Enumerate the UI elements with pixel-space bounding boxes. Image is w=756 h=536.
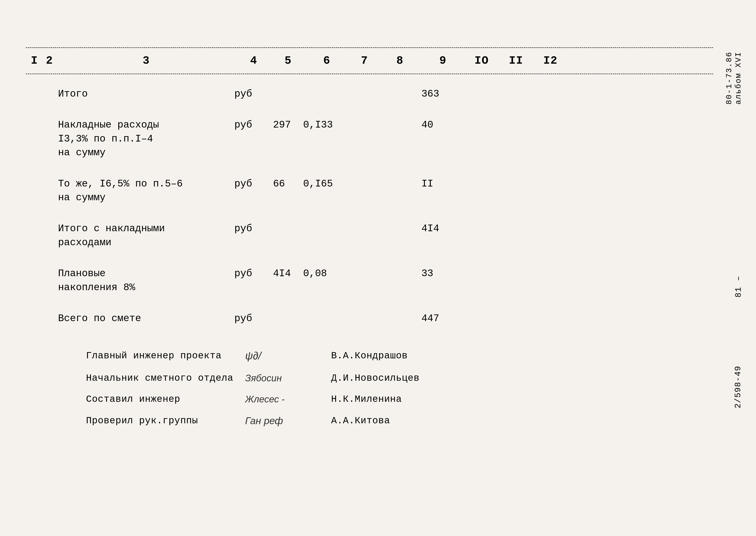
col-header-3: 3 xyxy=(58,54,235,67)
dashed-line-bottom xyxy=(26,74,713,74)
sig-handwriting-0: ψ∂/ xyxy=(245,345,327,366)
cell-4-itogo: руб xyxy=(235,87,273,101)
cell-9-itogo: 363 xyxy=(422,87,464,101)
sig-name-0: В.А.Кондрашов xyxy=(331,346,408,365)
column-headers: I 2 3 4 5 6 7 8 9 IO II I2 xyxy=(26,52,713,69)
cell-5-planovye: 4I4 xyxy=(273,267,303,281)
sig-row-1: Начальник сметного отдела Зябосин Д.И.Но… xyxy=(86,369,420,387)
row-itogo-nakladnye: Итого с накладными расходами руб 4I4 xyxy=(26,222,713,250)
side-label-bot: 2/598-49 xyxy=(733,366,743,408)
sig-title-0: Главный инженер проекта xyxy=(86,346,241,365)
sig-title-2: Составил инженер xyxy=(86,390,241,409)
cell-6-tozhe: 0,I65 xyxy=(303,177,351,191)
side-label-mid: 81 – xyxy=(734,275,743,297)
cell-3-tozhe: То же, I6,5% по п.5–6 на сумму xyxy=(58,177,235,205)
cell-3-planovye: Плановые накопления 8% xyxy=(58,267,235,294)
sig-handwriting-3: Ган реф xyxy=(245,411,327,431)
cell-4-nakladnye: руб xyxy=(235,118,273,132)
cell-5-tozhe: 66 xyxy=(273,177,303,191)
cell-4-tozhe: руб xyxy=(235,177,273,191)
row-nakladnye: Накладные расходы I3,3% по п.п.I–4 на су… xyxy=(26,118,713,160)
sig-name-1: Д.И.Новосильцев xyxy=(331,369,420,387)
sig-row-2: Составил инженер Жлесес - Н.К.Миленина xyxy=(86,390,420,409)
cell-6-nakladnye: 0,I33 xyxy=(303,118,351,132)
sig-title-3: Проверил рук.группы xyxy=(86,411,241,430)
sig-handwriting-1: Зябосин xyxy=(245,369,327,387)
cell-5-nakladnye: 297 xyxy=(273,118,303,132)
sig-name-2: Н.К.Миленина xyxy=(331,390,402,409)
row-planovye: Плановые накопления 8% руб 4I4 0,08 33 xyxy=(26,267,713,294)
col-header-6: 6 xyxy=(303,54,351,67)
signatures-section: Главный инженер проекта ψ∂/ В.А.Кондрашо… xyxy=(86,345,420,433)
col-header-9: 9 xyxy=(422,54,464,67)
cell-4-vsego: руб xyxy=(235,312,273,325)
col-header-11: II xyxy=(499,54,533,67)
sig-row-3: Проверил рук.группы Ган реф А.А.Китова xyxy=(86,411,420,431)
sig-title-1: Начальник сметного отдела xyxy=(86,369,241,387)
cell-3-nakladnye: Накладные расходы I3,3% по п.п.I–4 на су… xyxy=(58,118,235,160)
col-header-5: 5 xyxy=(273,54,303,67)
cell-9-nakladnye: 40 xyxy=(422,118,464,132)
col-header-1: I xyxy=(28,54,41,67)
cell-6-planovye: 0,08 xyxy=(303,267,351,281)
cell-3-itogo: Итого xyxy=(58,87,235,101)
side-label-top: альбом XVI 80-1-73.86 xyxy=(725,51,743,105)
cell-9-vsego: 447 xyxy=(422,312,464,325)
row-tozhe: То же, I6,5% по п.5–6 на сумму руб 66 0,… xyxy=(26,177,713,205)
cell-9-itogo-nakladnye: 4I4 xyxy=(422,222,464,236)
cell-3-vsego: Всего по смете xyxy=(58,312,235,325)
col-header-7: 7 xyxy=(351,54,378,67)
col-header-10: IO xyxy=(464,54,499,67)
sig-handwriting-2: Жлесес - xyxy=(245,390,327,409)
cell-9-tozhe: II xyxy=(422,177,464,191)
cell-9-planovye: 33 xyxy=(422,267,464,281)
sig-row-0: Главный инженер проекта ψ∂/ В.А.Кондрашо… xyxy=(86,345,420,366)
dashed-line-top xyxy=(26,47,713,48)
col-header-2: 2 xyxy=(41,54,58,67)
content-area: I 2 3 4 5 6 7 8 9 IO II I2 Итого руб xyxy=(26,47,713,493)
col-header-8: 8 xyxy=(378,54,422,67)
sig-name-3: А.А.Китова xyxy=(331,411,390,430)
col-header-12: I2 xyxy=(533,54,568,67)
cell-4-itogo-nakladnye: руб xyxy=(235,222,273,236)
page: I 2 3 4 5 6 7 8 9 IO II I2 Итого руб xyxy=(0,0,756,536)
col-header-4: 4 xyxy=(235,54,273,67)
cell-4-planovye: руб xyxy=(235,267,273,281)
data-rows: Итого руб 363 Накладные расходы I3,3% по… xyxy=(26,87,713,325)
row-vsego: Всего по смете руб 447 xyxy=(26,312,713,325)
cell-3-itogo-nakladnye: Итого с накладными расходами xyxy=(58,222,235,250)
row-itogo: Итого руб 363 xyxy=(26,87,713,101)
